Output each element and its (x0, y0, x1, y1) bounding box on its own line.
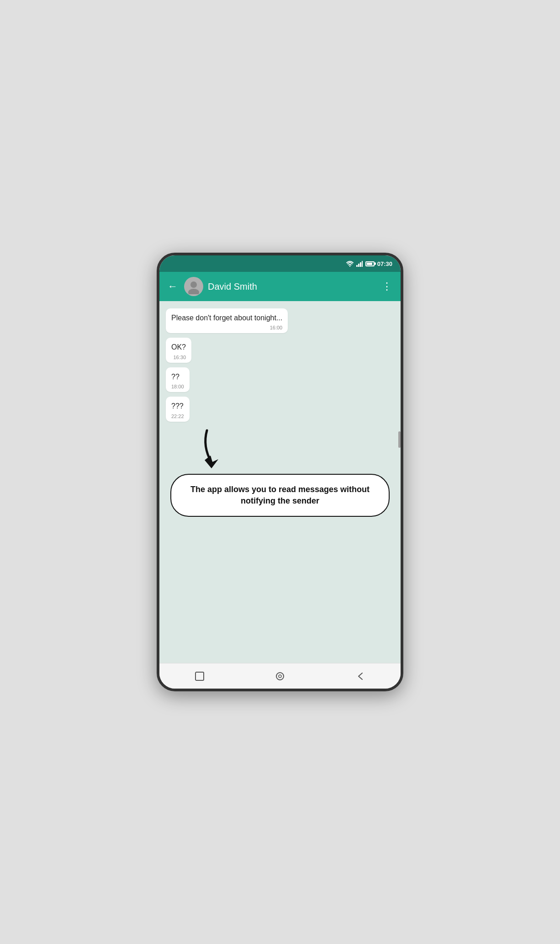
message-time: 22:22 (171, 414, 184, 419)
info-callout: The app allows you to read messages with… (170, 474, 390, 517)
nav-home-button[interactable] (273, 669, 287, 683)
circle-icon (275, 671, 285, 681)
svg-marker-6 (205, 456, 218, 468)
message-bubble: Please don't forget about tonight... 16:… (166, 308, 288, 333)
contact-name: David Smith (208, 281, 375, 292)
svg-point-9 (279, 675, 281, 678)
message-text: ??? (171, 401, 184, 411)
back-nav-icon (355, 671, 365, 681)
wifi-icon (346, 261, 354, 267)
message-bubble: ??? 22:22 (166, 397, 190, 421)
status-time: 07:30 (377, 260, 392, 267)
svg-point-5 (188, 289, 199, 294)
square-icon (195, 671, 205, 681)
svg-rect-7 (195, 672, 204, 680)
status-icons: 07:30 (346, 260, 392, 267)
message-text: OK? (171, 342, 186, 352)
arrow-annotation (166, 428, 394, 469)
message-bubble: OK? 16:30 (166, 338, 191, 362)
nav-bar (159, 663, 401, 689)
chat-header: ← David Smith ⋮ (159, 272, 401, 301)
svg-rect-0 (356, 265, 358, 267)
battery-icon (365, 261, 375, 266)
nav-back-button[interactable] (354, 669, 367, 683)
status-bar: 07:30 (159, 255, 401, 272)
info-callout-text: The app allows you to read messages with… (184, 484, 376, 507)
phone-frame: 07:30 ← David Smith ⋮ Please don't forge… (157, 253, 403, 691)
message-time: 16:00 (171, 325, 282, 330)
scroll-handle[interactable] (398, 431, 401, 448)
svg-point-8 (276, 673, 284, 680)
message-bubble: ?? 18:00 (166, 367, 190, 392)
nav-recents-button[interactable] (193, 669, 206, 683)
message-time: 18:00 (171, 384, 184, 389)
svg-rect-2 (360, 262, 361, 267)
message-time: 16:30 (171, 355, 186, 360)
svg-point-4 (190, 281, 197, 288)
arrow-icon (193, 428, 230, 469)
svg-rect-3 (362, 261, 363, 267)
message-text: ?? (171, 372, 184, 382)
avatar (184, 277, 203, 296)
svg-rect-1 (358, 264, 359, 267)
back-button[interactable]: ← (166, 279, 180, 294)
chat-area: Please don't forget about tonight... 16:… (159, 301, 401, 663)
more-button[interactable]: ⋮ (380, 279, 394, 294)
signal-icon (356, 261, 363, 267)
message-text: Please don't forget about tonight... (171, 313, 282, 323)
